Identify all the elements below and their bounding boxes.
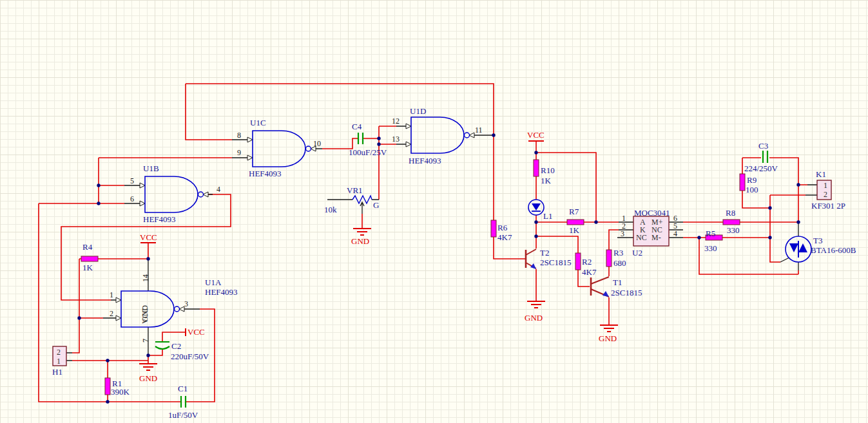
u1a-inner-gnd-label: GND xyxy=(141,305,149,322)
transistor-t1 xyxy=(591,277,609,297)
pin-number-5: 5 xyxy=(130,177,134,185)
resistor-r8-body xyxy=(723,220,740,225)
vr1-terminal-g: G xyxy=(373,201,379,209)
capacitor-c2-plates xyxy=(155,342,169,349)
r8-value: 330 xyxy=(727,226,740,234)
gnd-symbol-t1 xyxy=(600,325,618,332)
r1-value: 390K xyxy=(111,388,130,396)
r4-designator: R4 xyxy=(82,243,92,251)
h1-designator: H1 xyxy=(52,368,63,376)
pin-number-6: 6 xyxy=(130,195,134,203)
u1c-part: HEF4093 xyxy=(249,169,282,178)
gnd-symbol-t2 xyxy=(527,301,545,308)
c3-designator: C3 xyxy=(758,142,768,150)
gate-u1d xyxy=(411,117,470,153)
u2-row3-left: NC xyxy=(636,234,647,241)
u1a-designator: U1A xyxy=(205,278,221,287)
resistor-r2-body xyxy=(575,253,581,270)
gnd-label-vr1: GND xyxy=(351,237,369,245)
h1-pin-2: 2 xyxy=(57,348,61,356)
r4-value: 1K xyxy=(82,263,93,272)
u1b-designator: U1B xyxy=(143,164,159,173)
h1-pin-1: 1 xyxy=(57,357,61,365)
capacitors xyxy=(155,133,767,408)
capacitor-c4-plates xyxy=(358,133,363,144)
t3-part: BTA16-600B xyxy=(811,246,856,254)
pin-number-9: 9 xyxy=(237,149,241,156)
r8-designator: R8 xyxy=(726,209,735,217)
u1c-designator: U1C xyxy=(250,118,266,127)
gate-u1a xyxy=(121,291,180,327)
gnd-label-t1: GND xyxy=(599,334,617,343)
capacitor-c3-plates xyxy=(763,151,767,163)
u1d-part: HEF4093 xyxy=(409,156,441,165)
pin-number-3: 3 xyxy=(184,300,188,308)
r5-designator: R5 xyxy=(706,229,715,238)
vcc-label-c2: VCC xyxy=(188,328,205,336)
resistor-r9-body xyxy=(740,174,745,191)
resistor-r10-body xyxy=(534,160,539,176)
gnd-symbol-vr1 xyxy=(353,229,371,235)
vcc-label-left: VCC xyxy=(140,233,157,241)
r10-value: 1K xyxy=(541,176,551,185)
k1-designator: K1 xyxy=(816,170,826,178)
r3-value: 680 xyxy=(613,259,626,267)
pin-number-8: 8 xyxy=(237,131,241,139)
k1-part: KF301 2P xyxy=(811,202,845,210)
r7-designator: R7 xyxy=(569,207,579,216)
r2-designator: R2 xyxy=(582,258,592,266)
r6-value: 4K7 xyxy=(497,233,512,241)
t1-designator: T1 xyxy=(613,278,622,287)
u2-row3-right: M- xyxy=(651,234,661,241)
pin-number-7: 7 xyxy=(142,339,149,343)
u2-pin-3: 3 xyxy=(621,230,624,238)
r9-designator: R9 xyxy=(747,176,757,184)
t1-part: 2SC1815 xyxy=(611,288,642,297)
c2-value: 220uF/50V xyxy=(171,352,209,361)
resistor-r6-body xyxy=(491,220,496,237)
r10-designator: R10 xyxy=(541,166,555,174)
schematic-drawing xyxy=(0,0,868,423)
pin-number-12: 12 xyxy=(392,117,400,125)
c4-designator: C4 xyxy=(352,122,362,131)
gnd-symbol-left xyxy=(139,364,157,370)
resistor-r4-body xyxy=(81,256,98,261)
pin-number-13: 13 xyxy=(392,135,400,143)
c1-value: 1uF/50V xyxy=(168,411,198,419)
triac-t3 xyxy=(786,236,811,262)
pin-number-2: 2 xyxy=(110,310,113,317)
r9-value: 100 xyxy=(746,185,758,194)
pin-number-11: 11 xyxy=(475,126,483,134)
pin-number-10: 10 xyxy=(313,140,321,147)
t2-part: 2SC1815 xyxy=(540,258,571,267)
pin-number-4: 4 xyxy=(217,185,220,193)
schematic-canvas: U1C HEF4093 8 9 10 U1B HEF4093 5 6 4 U1D… xyxy=(0,0,868,423)
l1-designator: L1 xyxy=(543,212,552,220)
u2-designator: U2 xyxy=(632,249,642,257)
gnd-label-t2: GND xyxy=(525,314,543,322)
u2-part: MOC3041 xyxy=(634,209,670,217)
vr1-designator: VR1 xyxy=(347,186,363,194)
vr1-value: 10k xyxy=(324,205,337,214)
gate-u1b xyxy=(145,176,204,212)
r7-value: 1K xyxy=(569,226,579,234)
c3-value: 224/250V xyxy=(744,164,778,173)
r3-designator: R3 xyxy=(613,249,623,257)
resistor-r7-body xyxy=(567,220,584,225)
pin-number-14: 14 xyxy=(142,274,149,282)
resistor-r3-body xyxy=(606,250,612,267)
r5-value: 330 xyxy=(704,244,717,252)
t3-designator: T3 xyxy=(813,236,822,245)
u1b-part: HEF4093 xyxy=(143,215,176,223)
vcc-label-mid: VCC xyxy=(527,131,545,139)
pin-number-1: 1 xyxy=(110,291,113,299)
capacitor-c1-plates xyxy=(181,396,186,408)
led-l1 xyxy=(528,200,544,215)
gnd-label-left: GND xyxy=(139,374,157,382)
resistor-r1-body xyxy=(105,378,110,395)
u1d-designator: U1D xyxy=(410,107,426,115)
u2-pin-4: 4 xyxy=(673,230,677,238)
junction-dots xyxy=(77,133,800,403)
r2-value: 4K7 xyxy=(582,268,596,276)
c1-designator: C1 xyxy=(178,384,188,393)
